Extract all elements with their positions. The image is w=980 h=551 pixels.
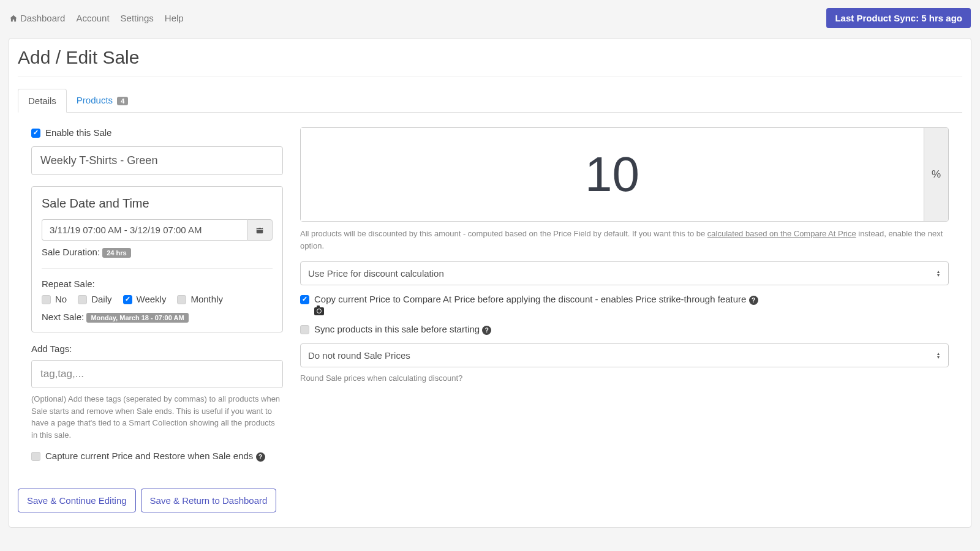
capture-price-checkbox[interactable] bbox=[31, 452, 40, 461]
tags-help: (Optional) Add these tags (seperated by … bbox=[31, 393, 283, 441]
next-sale-label: Next Sale: bbox=[42, 312, 86, 322]
save-continue-button[interactable]: Save & Continue Editing bbox=[18, 489, 136, 512]
calendar-icon bbox=[255, 226, 264, 234]
svg-rect-0 bbox=[257, 227, 263, 233]
button-row: Save & Continue Editing Save & Return to… bbox=[18, 489, 962, 512]
repeat-monthly-checkbox[interactable] bbox=[177, 295, 186, 304]
nav-help[interactable]: Help bbox=[165, 13, 184, 23]
repeat-weekly-checkbox[interactable] bbox=[123, 295, 132, 304]
price-calc-value: Use Price for discount calculation bbox=[308, 268, 444, 279]
chevron-updown-icon bbox=[937, 270, 942, 277]
repeat-daily-checkbox[interactable] bbox=[78, 295, 87, 304]
tab-details[interactable]: Details bbox=[18, 89, 67, 113]
discount-wrap: % bbox=[300, 127, 949, 222]
duration-pill: 24 hrs bbox=[102, 248, 130, 258]
calendar-button[interactable] bbox=[247, 219, 273, 241]
tab-products[interactable]: Products 4 bbox=[67, 89, 138, 113]
tab-products-label: Products bbox=[77, 95, 113, 105]
price-calc-select[interactable]: Use Price for discount calculation bbox=[300, 261, 949, 285]
main-card: Add / Edit Sale Details Products 4 Enabl… bbox=[9, 38, 971, 528]
help-icon[interactable]: ? bbox=[749, 296, 758, 305]
date-panel: Sale Date and Time Sale Duration: 24 hrs… bbox=[31, 186, 283, 332]
tab-products-badge: 4 bbox=[117, 97, 128, 105]
nav-dashboard[interactable]: Dashboard bbox=[9, 13, 65, 23]
round-select[interactable]: Do not round Sale Prices bbox=[300, 343, 949, 367]
enable-sale-row: Enable this Sale bbox=[31, 127, 283, 138]
help-icon[interactable]: ? bbox=[482, 326, 491, 335]
topbar: Dashboard Account Settings Help Last Pro… bbox=[0, 0, 980, 34]
repeat-no-label: No bbox=[55, 294, 67, 304]
copy-price-row: Copy current Price to Compare At Price b… bbox=[300, 294, 949, 315]
repeat-options: No Daily Weekly Monthly bbox=[42, 294, 273, 304]
date-range-input[interactable] bbox=[42, 219, 247, 241]
round-help: Round Sale prices when calculating disco… bbox=[300, 372, 949, 384]
sale-name-input[interactable] bbox=[31, 146, 283, 175]
next-sale-line: Next Sale: Monday, March 18 - 07:00 AM bbox=[42, 312, 273, 322]
form-columns: Enable this Sale Sale Date and Time Sale… bbox=[18, 127, 962, 470]
sync-products-checkbox[interactable] bbox=[300, 325, 309, 334]
camera-icon bbox=[314, 307, 324, 315]
tags-label: Add Tags: bbox=[31, 343, 283, 354]
sync-badge[interactable]: Last Product Sync: 5 hrs ago bbox=[826, 8, 971, 28]
date-panel-title: Sale Date and Time bbox=[42, 197, 273, 211]
svg-rect-3 bbox=[257, 229, 263, 230]
nav-account[interactable]: Account bbox=[76, 13, 109, 23]
tags-input[interactable] bbox=[31, 360, 283, 388]
repeat-weekly[interactable]: Weekly bbox=[123, 294, 167, 304]
repeat-label: Repeat Sale: bbox=[42, 279, 273, 289]
compare-at-link[interactable]: calculated based on the Compare At Price bbox=[707, 229, 856, 238]
help-icon[interactable]: ? bbox=[256, 452, 265, 462]
nav-links: Dashboard Account Settings Help bbox=[9, 13, 184, 23]
date-input-wrap bbox=[42, 219, 273, 241]
svg-rect-1 bbox=[258, 227, 258, 228]
home-icon bbox=[9, 14, 18, 23]
repeat-no[interactable]: No bbox=[42, 294, 67, 304]
repeat-daily-label: Daily bbox=[91, 294, 111, 304]
page-title: Add / Edit Sale bbox=[18, 47, 962, 77]
repeat-weekly-label: Weekly bbox=[137, 294, 167, 304]
nav-dashboard-label: Dashboard bbox=[20, 13, 65, 23]
nav-settings[interactable]: Settings bbox=[121, 13, 154, 23]
repeat-daily[interactable]: Daily bbox=[78, 294, 111, 304]
chevron-updown-icon bbox=[937, 352, 942, 359]
save-return-button[interactable]: Save & Return to Dashboard bbox=[141, 489, 277, 512]
copy-price-checkbox[interactable] bbox=[300, 295, 309, 304]
duration-line: Sale Duration: 24 hrs bbox=[42, 247, 273, 269]
duration-label: Sale Duration: bbox=[42, 247, 102, 257]
repeat-no-checkbox[interactable] bbox=[42, 295, 51, 304]
right-column: % All products will be discounted by thi… bbox=[300, 127, 949, 470]
next-sale-pill: Monday, March 18 - 07:00 AM bbox=[86, 313, 188, 323]
left-column: Enable this Sale Sale Date and Time Sale… bbox=[31, 127, 283, 470]
repeat-monthly[interactable]: Monthly bbox=[177, 294, 223, 304]
capture-price-label: Capture current Price and Restore when S… bbox=[45, 451, 265, 462]
percent-addon: % bbox=[924, 128, 948, 221]
svg-rect-2 bbox=[261, 227, 262, 228]
repeat-monthly-label: Monthly bbox=[190, 294, 223, 304]
sync-products-label: Sync products in this sale before starti… bbox=[314, 324, 491, 335]
copy-price-label: Copy current Price to Compare At Price b… bbox=[314, 294, 758, 315]
sync-products-row: Sync products in this sale before starti… bbox=[300, 324, 949, 335]
discount-help: All products will be discounted by this … bbox=[300, 228, 949, 252]
enable-sale-checkbox[interactable] bbox=[31, 129, 40, 138]
discount-input[interactable] bbox=[301, 128, 924, 221]
enable-sale-label: Enable this Sale bbox=[45, 127, 111, 138]
round-select-value: Do not round Sale Prices bbox=[308, 350, 410, 361]
tabs: Details Products 4 bbox=[18, 88, 962, 113]
capture-price-row: Capture current Price and Restore when S… bbox=[31, 451, 283, 462]
